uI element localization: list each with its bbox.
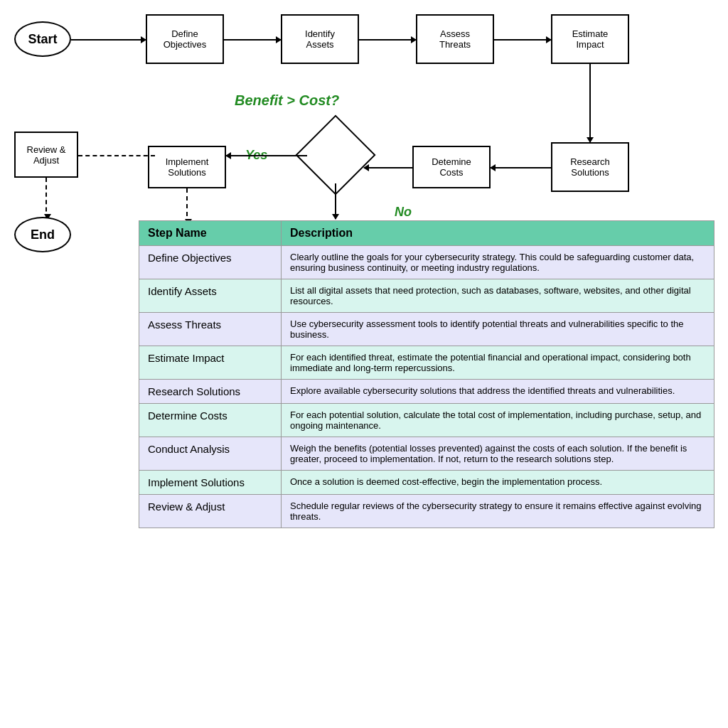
col-header-desc: Description xyxy=(282,221,714,246)
step-desc-cell: Weigh the benefits (potential losses pre… xyxy=(282,437,714,471)
step-desc-cell: Clearly outline the goals for your cyber… xyxy=(282,246,714,279)
arrow-estimate-research xyxy=(589,64,591,142)
table-row: Research SolutionsExplore available cybe… xyxy=(139,380,714,404)
arrow-start-define xyxy=(71,39,146,41)
table-row: Estimate ImpactFor each identified threa… xyxy=(139,346,714,380)
arrow-implement-review xyxy=(186,188,188,224)
arrow-horiz-review xyxy=(78,155,155,156)
step-name-cell: Conduct Analysis xyxy=(139,437,282,471)
step-desc-cell: For each identified threat, estimate the… xyxy=(282,346,714,380)
review-adjust-node: Review &Adjust xyxy=(14,132,78,178)
implement-solutions-node: ImplementSolutions xyxy=(148,146,226,188)
determine-costs-node: DetemineCosts xyxy=(412,146,491,188)
step-desc-cell: For each potential solution, calculate t… xyxy=(282,404,714,437)
estimate-impact-node: EstimateImpact xyxy=(551,14,629,64)
end-node: End xyxy=(14,217,71,252)
step-name-cell: Define Objectives xyxy=(139,246,282,279)
step-name-cell: Review & Adjust xyxy=(139,495,282,528)
step-name-cell: Identify Assets xyxy=(139,279,282,313)
arrow-research-determine xyxy=(491,167,551,168)
table-row: Assess ThreatsUse cybersecurity assessme… xyxy=(139,313,714,346)
define-objectives-node: DefineObjectives xyxy=(146,14,224,64)
step-desc-cell: Schedule regular reviews of the cybersec… xyxy=(282,495,714,528)
step-desc-cell: Explore available cybersecurity solution… xyxy=(282,380,714,404)
flowchart: Start DefineObjectives IdentifyAssets As… xyxy=(0,0,728,220)
start-node: Start xyxy=(14,21,71,57)
table-row: Implement SolutionsOnce a solution is de… xyxy=(139,471,714,495)
table-row: Conduct AnalysisWeigh the benefits (pote… xyxy=(139,437,714,471)
table-row: Define ObjectivesClearly outline the goa… xyxy=(139,246,714,279)
benefit-cost-label: Benefit > Cost? xyxy=(235,92,339,109)
assess-threats-node: AssessThreats xyxy=(416,14,494,64)
step-name-cell: Estimate Impact xyxy=(139,346,282,380)
arrow-define-identify xyxy=(224,39,281,41)
arrow-assess-estimate xyxy=(494,39,551,41)
identify-assets-node: IdentifyAssets xyxy=(281,14,359,64)
step-name-cell: Implement Solutions xyxy=(139,471,282,495)
table-row: Determine CostsFor each potential soluti… xyxy=(139,404,714,437)
steps-table: Step Name Description Define ObjectivesC… xyxy=(139,220,714,528)
arrow-identify-assess xyxy=(359,39,416,41)
arrow-diamond-implement xyxy=(226,155,307,156)
step-name-cell: Assess Threats xyxy=(139,313,282,346)
arrow-review-end xyxy=(46,178,47,219)
step-desc-cell: Once a solution is deemed cost-effective… xyxy=(282,471,714,495)
no-label: No xyxy=(395,205,412,220)
arrow-determine-diamond xyxy=(364,167,412,168)
col-header-step: Step Name xyxy=(139,221,282,246)
table-row: Identify AssetsList all digital assets t… xyxy=(139,279,714,313)
step-desc-cell: Use cybersecurity assessment tools to id… xyxy=(282,313,714,346)
step-desc-cell: List all digital assets that need protec… xyxy=(282,279,714,313)
step-name-cell: Determine Costs xyxy=(139,404,282,437)
research-solutions-node: ResearchSolutions xyxy=(551,142,629,192)
arrow-no-down xyxy=(335,183,336,219)
table-row: Review & AdjustSchedule regular reviews … xyxy=(139,495,714,528)
step-name-cell: Research Solutions xyxy=(139,380,282,404)
